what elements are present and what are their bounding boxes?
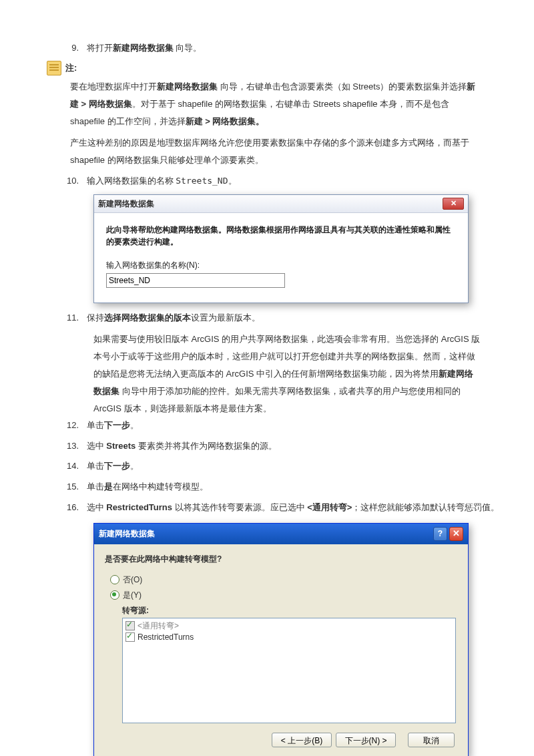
step-15-num: 15. [60,479,79,496]
help-icon[interactable]: ? [433,527,447,541]
step-10: 10. 输入网络数据集的名称 Streets_ND。 [60,173,501,190]
checkbox-icon [125,632,135,642]
dialog1-input-label: 输入网络数据集的名称(N): [106,260,456,271]
step-13-num: 13. [60,438,79,455]
dataset-name-input[interactable] [106,273,285,288]
radio-no-icon [110,575,119,584]
list-item[interactable]: <通用转弯> [125,620,453,632]
torn-edge [94,291,468,303]
note-body-2: 产生这种差别的原因是地理数据库网络允许您使用要素数据集中存储的多个源来创建多方式… [70,134,481,169]
step-11-num: 11. [60,310,79,327]
dialog2-title-text: 新建网络数据集 [99,528,155,540]
step-10-num: 10. [60,173,79,190]
dialog-new-network-dataset-name: 新建网络数据集 ✕ 此向导将帮助您构建网络数据集。网络数据集根据用作网络源且具有… [93,194,501,303]
step-16-num: 16. [60,500,79,516]
checkbox-icon [125,621,135,630]
dialog1-message: 此向导将帮助您构建网络数据集。网络数据集根据用作网络源且具有与其关联的连通性策略… [106,224,456,248]
step-16: 16. 选中 RestrictedTurns 以将其选作转弯要素源。应已选中 <… [60,500,501,516]
step-9-num: 9. [60,40,79,57]
close-icon[interactable]: ✕ [443,198,464,210]
note-label: 注: [65,62,77,74]
step-12-num: 12. [60,417,79,434]
dialog2-titlebar: 新建网络数据集 ? ✕ [94,524,468,544]
dialog1-titlebar: 新建网络数据集 ✕ [94,195,468,213]
step-14: 14. 单击下一步。 [60,458,501,475]
note-header: 注: [47,61,501,75]
step-12: 12. 单击下一步。 [60,417,501,434]
turn-sources-listbox[interactable]: <通用转弯> RestrictedTurns [122,618,456,723]
cancel-button[interactable]: 取消 [408,733,455,747]
note-icon [47,61,61,75]
radio-yes-icon [110,590,119,600]
radio-yes[interactable]: 是(Y) [110,590,457,601]
step-13: 13. 选中 Streets 要素类并将其作为网络数据集的源。 [60,438,501,455]
dialog1-title-text: 新建网络数据集 [98,198,154,210]
turn-sources-label: 转弯源: [122,605,457,616]
close-icon[interactable]: ✕ [449,527,463,541]
step-15: 15. 单击是在网络中构建转弯模型。 [60,479,501,496]
dialog2-question: 是否要在此网络中构建转弯模型? [105,554,457,565]
radio-no[interactable]: 否(O) [110,574,457,586]
step-11: 11. 保持选择网络数据集的版本设置为最新版本。 [60,310,501,327]
back-button[interactable]: < 上一步(B) [272,733,332,747]
dialog-new-network-dataset-turns: 新建网络数据集 ? ✕ 是否要在此网络中构建转弯模型? 否(O) 是(Y) 转弯… [93,523,501,757]
step-9: 9. 将打开新建网络数据集 向导。 [60,40,501,57]
list-item[interactable]: RestrictedTurns [125,632,453,643]
next-button[interactable]: 下一步(N) > [336,733,396,747]
step-11-body: 如果需要与使用较旧版本 ArcGIS 的用户共享网络数据集，此选项会非常有用。当… [93,331,481,417]
step-14-num: 14. [60,458,79,475]
note-body-1: 要在地理数据库中打开新建网络数据集 向导，右键单击包含源要素类（如 Street… [70,78,481,130]
